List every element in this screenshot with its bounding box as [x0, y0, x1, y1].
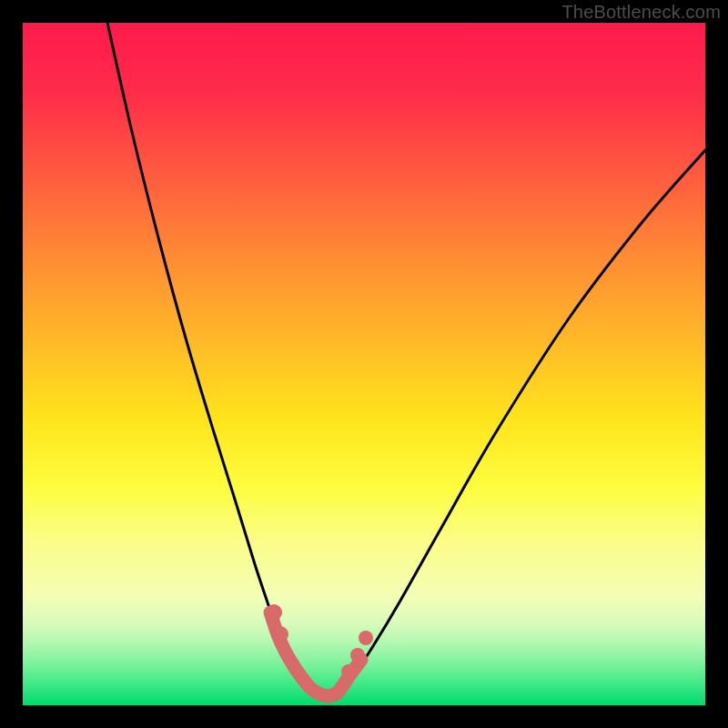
watermark-text: TheBottleneck.com — [561, 2, 721, 23]
right-marker-strip — [328, 660, 361, 696]
marker-dot-1 — [266, 604, 282, 621]
right-limb — [323, 150, 705, 696]
marker-dot-4 — [350, 648, 365, 662]
marker-dot-5 — [359, 631, 373, 645]
left-marker-strip — [270, 612, 328, 696]
marker-dot-3 — [341, 664, 356, 679]
chart-frame: TheBottleneck.com — [0, 0, 728, 728]
marker-dot-2 — [272, 626, 288, 642]
plot-area — [23, 23, 705, 705]
curve-svg — [23, 23, 705, 705]
left-limb — [107, 23, 323, 696]
